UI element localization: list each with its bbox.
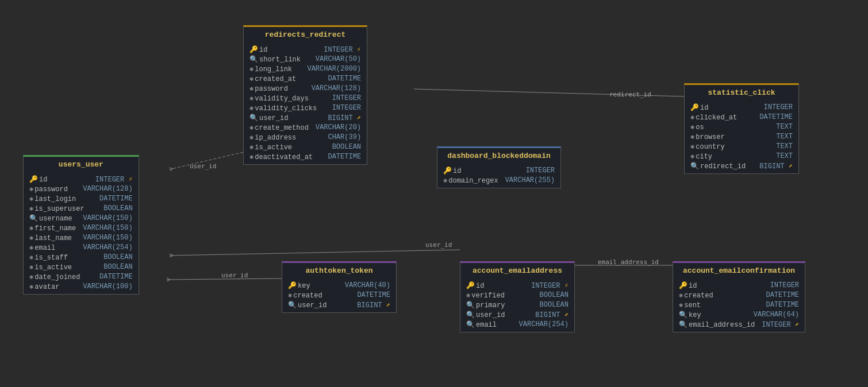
- connector-label-email-address-id: email_address_id: [598, 258, 659, 266]
- table-row: 🔍usernameVARCHAR(150): [24, 214, 139, 223]
- table-row: ✱is_superuserBOOLEAN: [24, 204, 139, 214]
- table-statistic_click: statistic_click🔑idINTEGER✱clicked_atDATE…: [684, 83, 799, 174]
- table-title-dashboard_blockeddomain: dashboard_blockeddomain: [437, 148, 560, 164]
- table-authtoken_token: authtoken_token🔑keyVARCHAR(40)✱createdDA…: [282, 261, 397, 313]
- col-type: BOOLEAN: [103, 263, 132, 272]
- table-row: ✱emailVARCHAR(254): [24, 243, 139, 253]
- col-type: INTEGER ⚡: [95, 175, 133, 184]
- table-title-authtoken_token: authtoken_token: [282, 263, 396, 278]
- col-type: CHAR(39): [328, 133, 361, 142]
- table-row: ✱date_joinedDATETIME: [24, 272, 139, 282]
- table-title-redirects_redirect: redirects_redirect: [244, 27, 367, 42]
- table-row: 🔍short_linkVARCHAR(50): [244, 55, 367, 64]
- col-name: 🔑key: [288, 281, 310, 290]
- col-type: BOOLEAN: [332, 143, 361, 152]
- col-type: VARCHAR(20): [316, 123, 361, 132]
- col-type: DATETIME: [328, 75, 361, 83]
- col-name: ✱is_active: [29, 263, 72, 272]
- col-type: VARCHAR(150): [83, 234, 132, 242]
- col-type: DATETIME: [328, 153, 361, 161]
- table-row: 🔑idINTEGER ⚡: [244, 45, 367, 55]
- col-name: ✱os: [690, 123, 704, 131]
- col-type: BOOLEAN: [103, 253, 132, 262]
- col-name: ✱created: [288, 291, 322, 300]
- db-diagram-canvas: redirect_id user_id user_id user_id emai…: [0, 0, 868, 387]
- col-name: ✱city: [690, 152, 712, 161]
- table-row: 🔍user_idBIGINT ⬈: [282, 300, 396, 310]
- connector-label-user-id-3: user_id: [221, 272, 248, 279]
- col-name: ✱email: [29, 243, 55, 252]
- table-row: ✱browserTEXT: [685, 132, 798, 142]
- table-row: ✱is_activeBOOLEAN: [24, 262, 139, 272]
- col-name: ✱domain_regex: [443, 176, 498, 185]
- table-redirects_redirect: redirects_redirect🔑idINTEGER ⚡🔍short_lin…: [243, 25, 367, 165]
- table-row: ✱validity_daysINTEGER: [244, 94, 367, 103]
- table-row: ✱created_atDATETIME: [244, 74, 367, 84]
- col-type: BIGINT ⬈: [535, 311, 569, 319]
- table-row: 🔍emailVARCHAR(254): [460, 320, 574, 330]
- table-row: ✱create_methodVARCHAR(20): [244, 123, 367, 133]
- connector-label-redirect-id: redirect_id: [609, 91, 651, 98]
- col-name: ✱create_method: [249, 123, 309, 132]
- col-type: INTEGER ⬈: [762, 320, 799, 329]
- connector-label-user-id-1: user_id: [190, 162, 216, 170]
- table-row: ✱avatarVARCHAR(100): [24, 282, 139, 292]
- col-name: ✱deactivated_at: [249, 153, 313, 161]
- table-row: ✱domain_regexVARCHAR(255): [437, 176, 560, 185]
- col-type: BIGINT ⬈: [759, 162, 793, 171]
- col-name: 🔑id: [679, 281, 697, 290]
- col-type: INTEGER: [332, 94, 361, 103]
- col-type: INTEGER ⚡: [324, 45, 361, 54]
- col-name: 🔍username: [29, 214, 72, 223]
- col-name: ✱country: [690, 142, 725, 151]
- col-name: ✱validity_clicks: [249, 104, 317, 113]
- col-name: 🔍user_id: [249, 114, 288, 122]
- table-title-statistic_click: statistic_click: [685, 85, 798, 100]
- col-type: TEXT: [776, 142, 793, 151]
- table-row: ✱verifiedBOOLEAN: [460, 291, 574, 300]
- col-type: VARCHAR(40): [345, 281, 390, 290]
- col-name: ✱date_joined: [29, 273, 80, 281]
- table-title-account_emailconfirmation: account_emailconfirmation: [673, 263, 805, 278]
- svg-line-2: [170, 250, 460, 256]
- col-type: TEXT: [776, 123, 793, 131]
- col-type: VARCHAR(64): [754, 311, 799, 319]
- col-name: ✱is_staff: [29, 253, 68, 262]
- col-type: VARCHAR(100): [83, 282, 132, 291]
- table-row: ✱createdDATETIME: [673, 291, 805, 300]
- table-row: ✱is_activeBOOLEAN: [244, 142, 367, 152]
- col-type: BIGINT ⬈: [328, 114, 361, 122]
- table-row: ✱createdDATETIME: [282, 291, 396, 300]
- connector-label-user-id-2: user_id: [425, 241, 452, 249]
- col-name: 🔑id: [249, 45, 267, 54]
- table-row: 🔑idINTEGER ⚡: [24, 175, 139, 184]
- col-type: VARCHAR(254): [519, 320, 569, 329]
- col-name: ✱password: [249, 84, 288, 93]
- table-row: 🔑idINTEGER: [437, 166, 560, 176]
- col-name: ✱avatar: [29, 282, 59, 291]
- col-name: ✱is_superuser: [29, 204, 85, 213]
- col-name: ✱verified: [466, 291, 505, 300]
- col-type: VARCHAR(128): [83, 185, 132, 194]
- col-name: ✱password: [29, 185, 68, 194]
- table-row: ✱ip_addressCHAR(39): [244, 133, 367, 142]
- table-row: ✱last_loginDATETIME: [24, 194, 139, 204]
- col-type: DATETIME: [766, 301, 799, 309]
- col-name: 🔍email_address_id: [679, 320, 755, 329]
- col-name: ✱clicked_at: [690, 113, 737, 122]
- table-row: 🔑keyVARCHAR(40): [282, 281, 396, 291]
- col-type: TEXT: [776, 152, 793, 161]
- col-type: VARCHAR(255): [505, 176, 555, 185]
- col-type: VARCHAR(150): [83, 224, 132, 233]
- table-dashboard_blockeddomain: dashboard_blockeddomain🔑idINTEGER✱domain…: [437, 146, 561, 188]
- table-row: ✱sentDATETIME: [673, 300, 805, 310]
- table-row: ✱passwordVARCHAR(128): [244, 84, 367, 94]
- col-type: VARCHAR(2000): [307, 65, 361, 73]
- table-row: ✱cityTEXT: [685, 152, 798, 161]
- col-name: 🔑id: [466, 281, 484, 290]
- col-name: ✱created: [679, 291, 713, 300]
- col-name: 🔍redirect_id: [690, 162, 746, 171]
- col-name: 🔑id: [690, 103, 708, 112]
- table-row: 🔑idINTEGER: [673, 281, 805, 291]
- col-name: 🔍user_id: [466, 311, 505, 319]
